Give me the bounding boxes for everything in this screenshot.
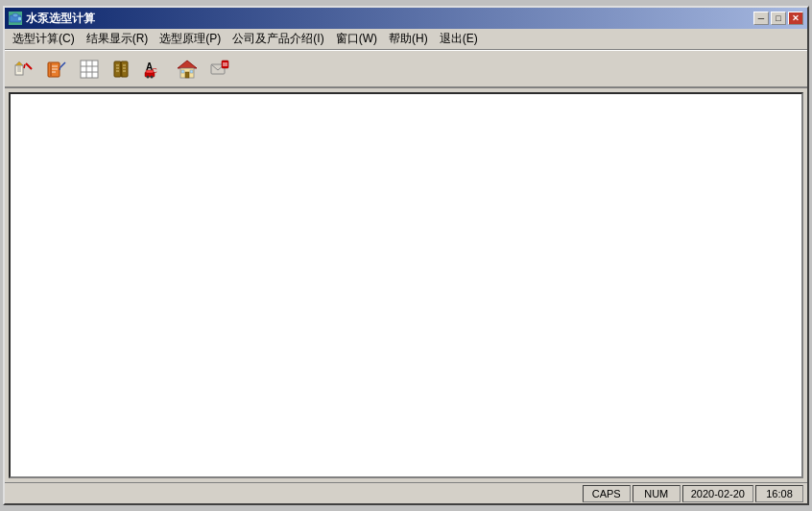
svg-rect-17	[81, 61, 98, 78]
close-button[interactable]: ✕	[788, 12, 803, 25]
svg-line-15	[60, 62, 65, 67]
menu-item-window[interactable]: 窗口(W)	[330, 29, 383, 49]
svg-rect-10	[48, 62, 60, 77]
book-tool-button[interactable]	[107, 54, 137, 85]
svg-rect-41	[190, 70, 193, 73]
num-indicator: NUM	[633, 485, 681, 502]
svg-point-1	[12, 13, 18, 17]
svg-rect-11	[50, 62, 52, 77]
maximize-button[interactable]: □	[771, 12, 786, 25]
svg-marker-37	[178, 61, 197, 68]
title-bar-left: 水泵选型计算	[9, 11, 95, 27]
window-title: 水泵选型计算	[26, 11, 95, 27]
svg-rect-34	[146, 70, 154, 73]
svg-point-35	[147, 75, 150, 78]
svg-rect-22	[114, 61, 121, 77]
main-window: 水泵选型计算 ─ □ ✕ 选型计算(C) 结果显示(R) 选型原理(P) 公司及…	[3, 6, 809, 505]
title-buttons: ─ □ ✕	[753, 12, 803, 25]
menu-bar: 选型计算(C) 结果显示(R) 选型原理(P) 公司及产品介绍(I) 窗口(W)…	[5, 29, 807, 50]
main-content-area	[9, 92, 803, 478]
menu-item-help[interactable]: 帮助(H)	[383, 29, 434, 49]
menu-item-results[interactable]: 结果显示(R)	[81, 29, 155, 49]
svg-rect-2	[18, 17, 21, 20]
menu-item-company[interactable]: 公司及产品介绍(I)	[227, 29, 329, 49]
caps-indicator: CAPS	[583, 485, 631, 502]
menu-item-principle[interactable]: 选型原理(P)	[154, 29, 227, 49]
edit-book-tool-button[interactable]	[41, 54, 72, 85]
app-icon	[9, 12, 22, 25]
font-tool-button[interactable]: A C	[139, 54, 170, 85]
svg-rect-40	[181, 70, 184, 73]
title-bar: 水泵选型计算 ─ □ ✕	[5, 8, 807, 29]
house-tool-button[interactable]	[172, 54, 203, 85]
svg-rect-39	[185, 72, 189, 78]
svg-line-8	[26, 63, 32, 69]
time-display: 16:08	[755, 485, 803, 502]
svg-rect-3	[15, 65, 23, 75]
menu-item-selection-calc[interactable]: 选型计算(C)	[7, 29, 81, 49]
minimize-button[interactable]: ─	[753, 12, 769, 25]
menu-item-exit[interactable]: 退出(E)	[434, 29, 484, 49]
toolbar: A C	[5, 50, 807, 88]
mail-tool-button[interactable]	[204, 54, 235, 85]
svg-rect-43	[222, 61, 228, 68]
status-bar: CAPS NUM 2020-02-20 16:08	[5, 482, 807, 503]
grid-tool-button[interactable]	[74, 54, 105, 85]
pencil-tool-button[interactable]	[9, 54, 39, 85]
svg-line-9	[24, 64, 25, 68]
svg-point-36	[151, 75, 154, 78]
date-display: 2020-02-20	[682, 485, 753, 502]
svg-marker-4	[15, 61, 23, 65]
